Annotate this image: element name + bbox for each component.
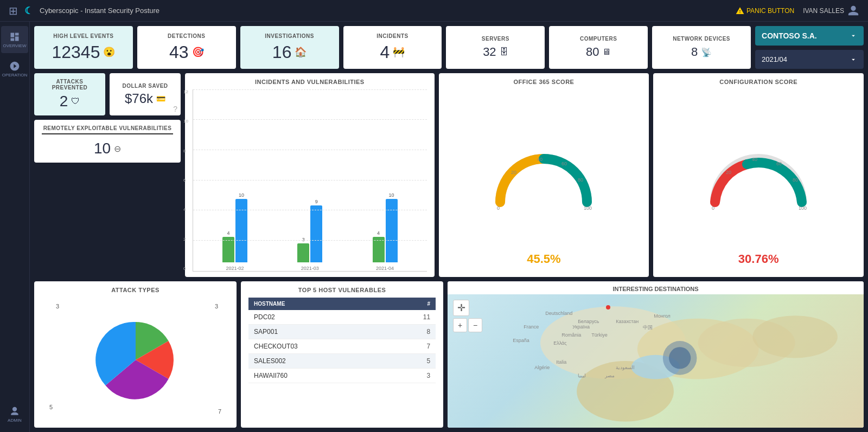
sidebar-item-operation[interactable]: OPERATION: [1, 55, 28, 82]
mini-cards-row: ATTACKS PREVENTED 2 🛡 DOLLAR SAVED $76k …: [34, 73, 181, 115]
company-name: CONTOSO S.A.: [762, 31, 817, 40]
map-background: ✛ + −: [448, 294, 864, 428]
vuln-table-row: SALES0025: [248, 354, 436, 369]
attacks-prevented-value: 2: [60, 93, 68, 110]
map-controls: ✛ + −: [453, 300, 482, 332]
attack-types-panel: ATTACK TYPES 3 3 5 7: [34, 281, 237, 428]
hostname-cell: PDC02: [248, 310, 389, 325]
sidebar-label-operation: OPERATION: [2, 73, 28, 78]
svg-text:80: 80: [578, 177, 583, 183]
vuln-table-row: HAWAII7603: [248, 369, 436, 383]
detections-value: 43: [169, 42, 189, 62]
count-cell: 3: [389, 369, 436, 383]
target-icon: 🎯: [192, 46, 204, 58]
minus-circle-icon: ⊖: [114, 144, 121, 154]
hostname-cell: SALES002: [248, 354, 389, 369]
incidents-value: 4: [380, 42, 390, 62]
hostname-col-header: HOSTNAME: [248, 298, 389, 310]
count-col-header: #: [389, 298, 436, 310]
pie-chart-svg: [92, 317, 179, 403]
pie-label-5: 5: [49, 404, 53, 410]
svg-text:0: 0: [497, 205, 500, 211]
map-zoom-in-button[interactable]: +: [453, 318, 467, 332]
pie-label-3-red: 3: [56, 303, 59, 310]
selector-column: CONTOSO S.A. 2021/04: [755, 26, 864, 69]
stat-detections: DETECTIONS 43 🎯: [137, 26, 236, 69]
card-icon: 💳: [156, 94, 165, 103]
hostname-cell: SAP001: [248, 325, 389, 339]
vulnerabilities-card: REMOTELY EXPLOITABLE VULNERABILITIES 10 …: [34, 120, 181, 163]
network-devices-value: 8: [691, 45, 698, 59]
stat-investigations: INVESTIGATIONS 16 🏠: [240, 26, 339, 69]
config-score-gauge: 0 20 40 60 80 100 30.76%: [704, 89, 813, 272]
svg-point-16: [752, 315, 838, 358]
stat-high-level-events: HIGH LEVEL EVENTS 12345 😮: [34, 26, 133, 69]
company-selector[interactable]: CONTOSO S.A.: [755, 26, 864, 46]
sidebar-item-admin[interactable]: ADMIN: [1, 401, 28, 428]
config-score-value: 30.76%: [738, 252, 779, 266]
pie-chart-area: 3 3 5 7: [42, 298, 229, 422]
count-cell: 11: [389, 310, 436, 325]
period-selector[interactable]: 2021/04: [755, 50, 864, 69]
map-zoom-out-button[interactable]: −: [468, 318, 482, 332]
user-avatar-icon: [847, 5, 859, 17]
count-cell: 7: [389, 339, 436, 354]
svg-text:80: 80: [793, 177, 798, 183]
office365-value: 45.5%: [527, 252, 560, 266]
main-content: HIGH LEVEL EVENTS 12345 😮 DETECTIONS 43 …: [30, 22, 868, 432]
svg-text:60: 60: [776, 161, 782, 166]
config-score-gauge-svg: 0 20 40 60 80 100: [704, 148, 813, 213]
count-cell: 5: [389, 354, 436, 369]
config-score-panel: CONFIGURATION SCORE 0 20 40 60 80 100: [653, 73, 864, 277]
svg-text:100: 100: [799, 205, 807, 211]
dollar-saved-card: DOLLAR SAVED $76k 💳 ?: [110, 73, 181, 115]
building-icon: 🏠: [295, 46, 307, 58]
svg-text:40: 40: [752, 157, 757, 162]
computers-value: 80: [586, 45, 599, 59]
vuln-value: 10: [94, 140, 111, 157]
stat-incidents: INCIDENTS 4 🚧: [343, 26, 442, 69]
svg-text:20: 20: [726, 170, 731, 175]
office365-gauge-svg: 0 20 40 60 80 100: [489, 148, 598, 213]
shield-icon: 🛡: [71, 96, 80, 106]
dollar-saved-value: $76k: [125, 91, 153, 106]
svg-text:40: 40: [537, 157, 542, 162]
panic-button[interactable]: PANIC BUTTON: [736, 7, 794, 15]
vuln-table-row: SAP0018: [248, 325, 436, 339]
stat-computers: COMPUTERS 80 🖥: [549, 26, 648, 69]
left-panel: ATTACKS PREVENTED 2 🛡 DOLLAR SAVED $76k …: [34, 73, 181, 277]
investigations-value: 16: [272, 42, 292, 62]
hostname-cell: HAWAII760: [248, 369, 389, 383]
pie-label-3-green: 3: [215, 303, 218, 310]
bar-chart: 024681012 4: [193, 89, 427, 272]
vuln-table: HOSTNAME # PDC0211SAP0018CHECKOUT037SALE…: [248, 298, 436, 383]
map-navigation-icon[interactable]: ✛: [453, 300, 469, 316]
incidents-chart-panel: INCIDENTS AND VULNERABILITIES 024681012: [185, 73, 435, 277]
bar-chart-area: 024681012 4: [193, 89, 427, 272]
bottom-row: ATTACK TYPES 3 3 5 7: [34, 281, 864, 428]
count-cell: 8: [389, 325, 436, 339]
svg-text:20: 20: [511, 170, 516, 175]
top5-panel: TOP 5 HOST VULNERABLES HOSTNAME # PDC021…: [241, 281, 443, 428]
help-icon[interactable]: ?: [173, 105, 177, 113]
map-zoom-row: + −: [453, 318, 482, 332]
grid-icon: ⊞: [9, 4, 18, 17]
sidebar-item-overview[interactable]: OVERVIEW: [1, 26, 28, 53]
stat-servers: SERVERS 32 🗄: [446, 26, 545, 69]
svg-text:0: 0: [712, 205, 714, 211]
stat-network-devices: NETWORK DEVICES 8 📡: [652, 26, 751, 69]
office365-gauge: 0 20 40 60 80 100 45.5%: [489, 89, 598, 272]
user-info: IVAN SALLES: [803, 5, 859, 17]
network-icon: 📡: [701, 47, 712, 57]
app-logo: ☾: [24, 5, 33, 17]
high-level-events-value: 12345: [52, 42, 100, 62]
attacks-prevented-card: ATTACKS PREVENTED 2 🛡: [34, 73, 105, 115]
map-panel: INTERESTING DESTINATIONS ✛ + −: [448, 281, 864, 428]
bar-group-2021-02: 4 10 2021-02: [222, 192, 247, 271]
office365-panel: OFFICE 365 SCORE 0 20 40 60 80 100: [439, 73, 649, 277]
sidebar-label-admin: ADMIN: [8, 418, 22, 423]
period-value: 2021/04: [762, 55, 787, 63]
pie-label-7: 7: [218, 408, 221, 415]
servers-value: 32: [483, 45, 496, 59]
sidebar: OVERVIEW OPERATION ADMIN: [0, 22, 30, 432]
